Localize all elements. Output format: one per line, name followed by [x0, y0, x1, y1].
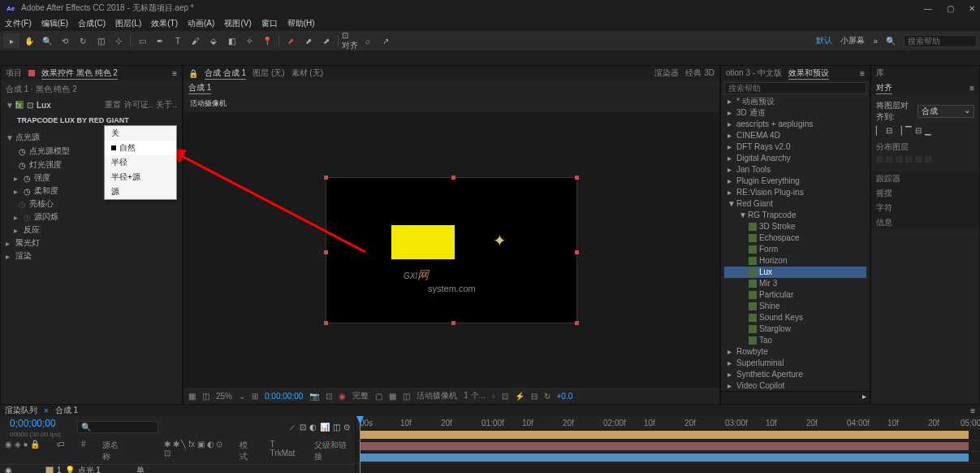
link-icon[interactable]: × — [44, 406, 49, 415]
align-vcenter-icon[interactable]: ⊟ — [915, 126, 922, 135]
panel-menu-icon[interactable]: ≡ — [860, 69, 865, 78]
timeline-right[interactable]: 00s10f20f 01:00f10f20f 02:00f10f20f 03:0… — [356, 416, 980, 473]
align-left-icon[interactable]: ▏ — [876, 126, 883, 135]
fx-cat[interactable]: ▸DFT Rays v2.0 — [724, 141, 866, 153]
fx-cat[interactable]: ▸Plugin Everything — [724, 176, 866, 187]
tab-library[interactable]: 库 — [876, 67, 884, 79]
minimize-icon[interactable]: — — [924, 4, 932, 13]
stopwatch-icon[interactable]: ◷ — [19, 161, 26, 170]
workspace-menu-icon[interactable]: » — [873, 37, 878, 46]
hand-tool-icon[interactable]: ✋ — [21, 33, 37, 48]
fx-cat[interactable]: ▸Superluminal — [724, 358, 866, 369]
snapshot-icon[interactable]: 📷 — [309, 392, 319, 401]
stamp-tool-icon[interactable]: ⬙ — [205, 33, 222, 48]
fx-cat[interactable]: ▸Jan Tools — [724, 164, 866, 176]
zoom-dropdown[interactable]: 25% — [216, 392, 232, 401]
tab-effects-presets[interactable]: 效果和预设 — [788, 67, 829, 80]
channel-icon[interactable]: ◉ — [339, 392, 346, 401]
fx-item[interactable]: Sound Keys — [724, 312, 866, 323]
rotate-tool-icon[interactable]: ↻ — [75, 33, 91, 48]
visibility-icon[interactable]: ◉ — [5, 466, 15, 473]
align-hcenter-icon[interactable]: ⊟ — [886, 126, 892, 135]
transparency-icon[interactable]: ▦ — [389, 392, 396, 401]
fx-cat[interactable]: ▼Red Giant — [724, 198, 866, 210]
layer-search-input[interactable] — [77, 421, 158, 433]
fx-cat[interactable]: ▸RE:Vision Plug-ins — [724, 187, 866, 198]
popup-option-source[interactable]: 源 — [105, 184, 176, 199]
menu-window[interactable]: 窗口 — [261, 18, 278, 29]
orbit-tool-icon[interactable]: ⟲ — [57, 33, 73, 48]
shy-icon[interactable]: ⟋ — [288, 423, 296, 432]
effect-name[interactable]: Lux — [37, 101, 51, 110]
timeline-icon[interactable]: ⊟ — [531, 392, 537, 401]
workspace-default[interactable]: 默认 — [816, 35, 832, 46]
effects-search-input[interactable] — [724, 82, 866, 94]
current-timecode[interactable]: 0;00;00;00 — [5, 416, 61, 431]
rect-tool-icon[interactable]: ▭ — [134, 33, 150, 48]
layer-name[interactable]: 点光 1 — [78, 465, 101, 474]
fx-item[interactable]: Particular — [724, 289, 866, 301]
layer-mode[interactable]: 单 — [136, 465, 145, 474]
col-switches[interactable]: ✱ ✱ ╲ fx ▣ ◐ ⊙ ⊡ — [164, 440, 223, 462]
handle-icon[interactable] — [451, 176, 455, 180]
panel-menu-icon[interactable]: ≡ — [172, 69, 177, 78]
light-icon[interactable]: ✦ — [493, 231, 507, 250]
col-num[interactable]: # — [81, 440, 86, 462]
help-search-input[interactable] — [904, 35, 977, 47]
exposure[interactable]: +0.0 — [557, 392, 573, 401]
expand-icon[interactable]: ▸ — [14, 174, 20, 183]
menu-edit[interactable]: 编辑(E) — [41, 18, 68, 29]
pixel-icon[interactable]: ▫ — [492, 392, 495, 401]
eraser-tool-icon[interactable]: ◧ — [223, 33, 240, 48]
fx-item[interactable]: Tao — [724, 335, 866, 346]
tab-motion[interactable]: otion 3 - 中文版 — [726, 67, 782, 79]
track[interactable] — [356, 440, 980, 452]
fx-item[interactable]: Mir 3 — [724, 278, 866, 289]
puppet-tool-icon[interactable]: 📍 — [259, 33, 275, 48]
maximize-icon[interactable]: ▢ — [947, 4, 954, 13]
dpx-icon[interactable]: ⊞ — [252, 392, 258, 401]
tab-comp[interactable]: 合成 合成 1 — [205, 67, 246, 80]
menu-layer[interactable]: 图层(L) — [115, 18, 141, 29]
menu-effect[interactable]: 效果(T) — [151, 18, 178, 29]
popup-option-off[interactable]: 关 — [105, 126, 176, 141]
3d-icon[interactable]: ◫ — [333, 423, 340, 432]
expand-icon[interactable]: ▸ — [14, 187, 20, 196]
snap2-icon[interactable]: ⌕ — [360, 33, 376, 48]
brush-tool-icon[interactable]: 🖌 — [188, 33, 204, 48]
close-icon[interactable]: ✕ — [969, 4, 975, 13]
label-color-icon[interactable] — [45, 466, 54, 474]
handle-icon[interactable] — [575, 250, 579, 254]
renderer-label[interactable]: 渲染器 经典 3D — [654, 67, 714, 79]
fx-cat[interactable]: ▸Digital Anarchy — [724, 153, 866, 164]
panel-menu-icon[interactable]: ≡ — [969, 84, 974, 93]
record-icon[interactable] — [28, 70, 35, 76]
tab-comp1[interactable]: 合成 1 — [55, 405, 78, 416]
align-top-icon[interactable]: ▔ — [905, 126, 912, 135]
workspace-small[interactable]: 小屏幕 — [840, 35, 865, 46]
track[interactable] — [356, 452, 980, 463]
align-right-icon[interactable]: ▕ — [896, 126, 902, 135]
resolution-dropdown[interactable]: 完整 — [352, 390, 369, 401]
collapse-icon[interactable]: ▼ — [6, 101, 12, 110]
roto-tool-icon[interactable]: ✧ — [241, 33, 257, 48]
text-tool-icon[interactable]: T — [170, 33, 186, 48]
popup-option-natural[interactable]: 自然 — [105, 141, 176, 155]
about-link[interactable]: 关于.. — [156, 99, 177, 111]
layer-row[interactable]: ◉ 1 💡 点光 1 单 — [0, 465, 355, 473]
graph-icon[interactable]: 📊 — [320, 423, 330, 432]
camera-tool-icon[interactable]: ◫ — [93, 33, 109, 48]
align-target-dropdown[interactable]: 合成⌄ — [917, 105, 974, 118]
motionblur-icon[interactable]: ◐ — [309, 423, 317, 432]
tab-project[interactable]: 项目 — [6, 67, 22, 79]
expand-icon[interactable]: ▸ — [6, 239, 12, 248]
menu-file[interactable]: 文件(F) — [5, 18, 32, 29]
selection-tool-icon[interactable]: ▸ — [3, 33, 19, 48]
layer-bar[interactable] — [360, 431, 969, 439]
menu-comp[interactable]: 合成(C) — [78, 18, 106, 29]
world-axis-icon[interactable]: ⬈ — [300, 33, 317, 48]
fx-item[interactable]: 3D Stroke — [724, 221, 866, 232]
viewport[interactable]: ✦ GXl网 system.com — [183, 112, 719, 388]
alpha-icon[interactable]: ▦ — [188, 392, 196, 401]
menu-view[interactable]: 视图(V) — [224, 18, 251, 29]
